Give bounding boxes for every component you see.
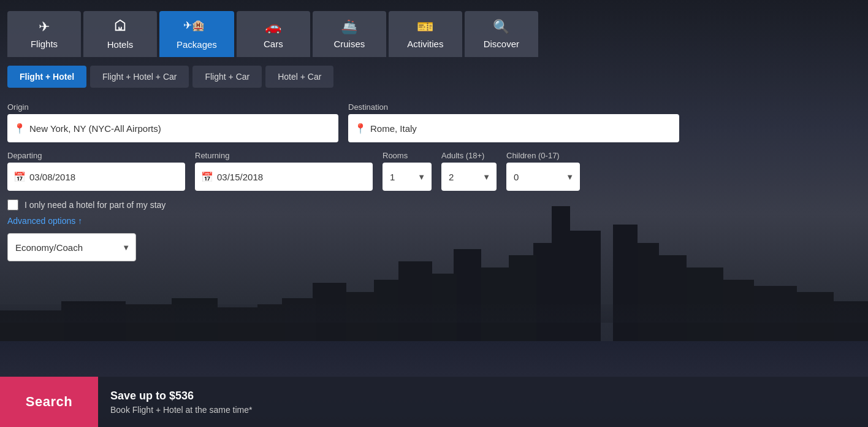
search-form: Origin 📍 Destination 📍 Departing 📅 [0, 88, 868, 261]
pkg-tab-flight-hotel-car[interactable]: Flight + Hotel + Car [90, 66, 189, 88]
tab-discover[interactable]: 🔍 Discover [465, 11, 538, 57]
pkg-tab-flight-car[interactable]: Flight + Car [192, 66, 262, 88]
bottom-bar: Search Save up to $536 Book Flight + Hot… [0, 377, 868, 427]
advanced-options-icon: ↑ [78, 216, 82, 226]
pkg-tab-hotel-car[interactable]: Hotel + Car [265, 66, 333, 88]
adults-label: Adults (18+) [441, 151, 497, 160]
origin-input-wrapper: 📍 [7, 114, 338, 142]
packages-icon: ✈🏨 [183, 18, 210, 36]
economy-select-wrapper: Economy/Coach Business First Class Premi… [7, 233, 136, 261]
returning-input[interactable] [195, 163, 373, 191]
destination-input[interactable] [348, 114, 679, 142]
pkg-tabs: Flight + Hotel Flight + Hotel + Car Flig… [0, 57, 868, 88]
advanced-options-link[interactable]: Advanced options ↑ [7, 216, 82, 226]
rooms-label: Rooms [383, 151, 432, 160]
tab-activities-label: Activities [407, 39, 443, 49]
destination-label: Destination [348, 102, 679, 112]
nav-tabs: ✈ Flights Hotels ✈🏨 Packages 🚗 Cars 🚢 C [0, 0, 868, 57]
tab-cars-label: Cars [264, 39, 283, 49]
adults-select-wrapper: 1 2 3 4 5 6 ▼ [441, 163, 497, 191]
rooms-select[interactable]: 1 2 3 4 5 [383, 163, 432, 191]
children-select[interactable]: 0 1 2 3 4 [506, 163, 580, 191]
flights-icon: ✈ [39, 19, 50, 35]
tab-cruises[interactable]: 🚢 Cruises [313, 11, 386, 57]
partial-hotel-row: I only need a hotel for part of my stay [7, 199, 861, 210]
departing-input[interactable] [7, 163, 185, 191]
main-content: ✈ Flights Hotels ✈🏨 Packages 🚗 Cars 🚢 C [0, 0, 868, 427]
departing-input-wrapper: 📅 [7, 163, 185, 191]
children-field-group: Children (0-17) 0 1 2 3 4 ▼ [506, 151, 580, 191]
origin-field-group: Origin 📍 [7, 102, 338, 142]
tab-flights-label: Flights [31, 39, 58, 49]
origin-destination-row: Origin 📍 Destination 📍 [7, 102, 861, 142]
svg-text:✈🏨: ✈🏨 [183, 19, 205, 32]
tab-discover-label: Discover [484, 39, 519, 49]
children-label: Children (0-17) [506, 151, 580, 160]
activities-icon: 🎫 [417, 19, 433, 35]
departing-field-group: Departing 📅 [7, 151, 185, 191]
origin-input[interactable] [7, 114, 338, 142]
search-button[interactable]: Search [0, 377, 98, 427]
rooms-select-wrapper: 1 2 3 4 5 ▼ [383, 163, 432, 191]
tab-cars[interactable]: 🚗 Cars [237, 11, 310, 57]
cars-icon: 🚗 [265, 19, 281, 35]
partial-hotel-label[interactable]: I only need a hotel for part of my stay [25, 200, 166, 210]
tab-cruises-label: Cruises [333, 39, 365, 49]
origin-label: Origin [7, 102, 338, 112]
tab-packages[interactable]: ✈🏨 Packages [159, 11, 234, 57]
discover-icon: 🔍 [493, 19, 509, 35]
savings-info: Save up to $536 Book Flight + Hotel at t… [98, 390, 265, 415]
cruises-icon: 🚢 [341, 19, 357, 35]
children-select-wrapper: 0 1 2 3 4 ▼ [506, 163, 580, 191]
departing-label: Departing [7, 151, 185, 160]
adults-select[interactable]: 1 2 3 4 5 6 [441, 163, 497, 191]
adults-field-group: Adults (18+) 1 2 3 4 5 6 ▼ [441, 151, 497, 191]
rooms-field-group: Rooms 1 2 3 4 5 ▼ [383, 151, 432, 191]
savings-sub: Book Flight + Hotel at the same time* [110, 405, 253, 415]
economy-select[interactable]: Economy/Coach Business First Class Premi… [7, 233, 136, 261]
tab-hotels[interactable]: Hotels [83, 11, 157, 57]
economy-wrapper: Economy/Coach Business First Class Premi… [7, 233, 861, 261]
partial-hotel-checkbox[interactable] [7, 199, 18, 210]
destination-field-group: Destination 📍 [348, 102, 679, 142]
destination-input-wrapper: 📍 [348, 114, 679, 142]
returning-label: Returning [195, 151, 373, 160]
returning-field-group: Returning 📅 [195, 151, 373, 191]
returning-input-wrapper: 📅 [195, 163, 373, 191]
tab-hotels-label: Hotels [107, 39, 134, 50]
tab-activities[interactable]: 🎫 Activities [389, 11, 462, 57]
pkg-tab-flight-hotel[interactable]: Flight + Hotel [7, 66, 86, 88]
tab-packages-label: Packages [177, 39, 217, 50]
dates-travelers-row: Departing 📅 Returning 📅 Rooms 1 [7, 151, 861, 191]
hotels-icon [113, 18, 127, 36]
tab-flights[interactable]: ✈ Flights [7, 11, 81, 57]
savings-title: Save up to $536 [110, 390, 253, 402]
